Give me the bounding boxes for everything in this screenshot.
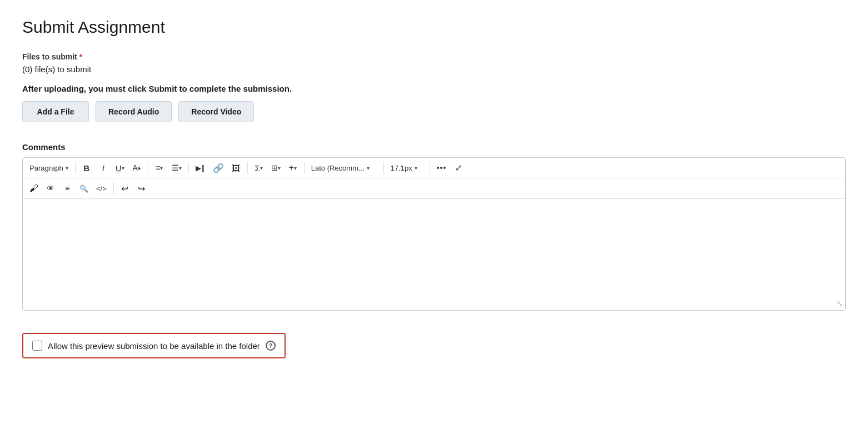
preview-checkbox-label: Allow this preview submission to be avai… [48,341,260,351]
strikethrough-button[interactable]: Ax [129,160,144,176]
toolbar-row-2: 🖌 👁 ≡ 🔍 </> ↩ ↪ [23,178,845,199]
separator-5 [304,162,305,174]
comments-editor: Paragraph ▾ B I U ▾ Ax ≡ ▾ ☰ [22,157,846,311]
separator-8 [113,182,114,194]
preview-checkbox-section: Allow this preview submission to be avai… [22,333,286,358]
editor-content-area[interactable]: ⤡ [23,199,845,310]
font-family-select[interactable]: Lato (Recomm... ▾ [308,160,380,176]
format-painter-button[interactable]: 🖌 [26,181,42,196]
resize-handle: ⤡ [836,299,843,308]
separator-6 [383,162,384,174]
align-icon: ≡ [156,163,160,172]
files-count: (0) file(s) to submit [22,64,846,74]
italic-button[interactable]: I [96,160,111,176]
paragraph-chevron-icon: ▾ [66,165,68,171]
table-icon: ⊞ [271,163,278,172]
help-icon[interactable]: ? [266,341,276,351]
action-buttons: Add a File Record Audio Record Video [22,101,846,122]
list-icon: ☰ [172,163,179,172]
insert-select[interactable]: + ▾ [285,160,301,176]
link-button[interactable]: 🔗 [209,160,227,176]
record-audio-button[interactable]: Record Audio [96,101,172,122]
fullscreen-button[interactable]: ⤢ [451,160,466,176]
list-select[interactable]: ☰ ▾ [168,160,185,176]
separator-1 [75,162,76,174]
more-options-button[interactable]: ••• [433,160,450,176]
font-chevron-icon: ▾ [367,165,370,171]
undo-button[interactable]: ↩ [117,181,133,196]
separator-2 [148,162,148,174]
page-container: Submit Assignment Files to submit * (0) … [0,0,868,381]
list-chevron-icon: ▾ [179,165,182,171]
redo-button[interactable]: ↪ [134,181,149,196]
align-chevron-icon: ▾ [160,165,163,171]
accessibility-button[interactable]: 👁 [43,181,58,196]
sigma-chevron-icon: ▾ [260,165,263,171]
list-indent-button[interactable]: ≡ [59,181,75,196]
find-replace-button[interactable]: 🔍 [76,181,92,196]
preview-checkbox[interactable] [32,341,42,351]
align-select[interactable]: ≡ ▾ [152,160,167,176]
plus-icon: + [289,163,294,173]
add-file-button[interactable]: Add a File [22,101,89,122]
files-label: Files to submit * [22,52,846,61]
code-view-button[interactable]: </> [93,181,110,196]
underline-chevron-icon: ▾ [122,165,124,171]
comments-label: Comments [22,142,846,152]
font-size-chevron-icon: ▾ [415,165,417,171]
required-star: * [77,52,82,61]
separator-4 [247,162,248,174]
equation-select[interactable]: Σ ▾ [251,160,267,176]
font-size-select[interactable]: 17.1px ▾ [387,160,426,176]
insert-chevron-icon: ▾ [294,165,297,171]
underline-button[interactable]: U ▾ [112,160,128,176]
media-embed-button[interactable]: ▶‖ [192,160,208,176]
table-select[interactable]: ⊞ ▾ [268,160,284,176]
page-title: Submit Assignment [22,18,846,37]
toolbar-row-1: Paragraph ▾ B I U ▾ Ax ≡ ▾ ☰ [23,158,845,178]
separator-7 [430,162,430,174]
paragraph-style-select[interactable]: Paragraph ▾ [26,160,72,176]
record-video-button[interactable]: Record Video [178,101,254,122]
bold-button[interactable]: B [79,160,94,176]
separator-3 [188,162,189,174]
upload-notice: After uploading, you must click Submit t… [22,84,846,93]
image-button[interactable]: 🖼 [228,160,244,176]
sigma-icon: Σ [255,163,260,173]
table-chevron-icon: ▾ [278,165,281,171]
